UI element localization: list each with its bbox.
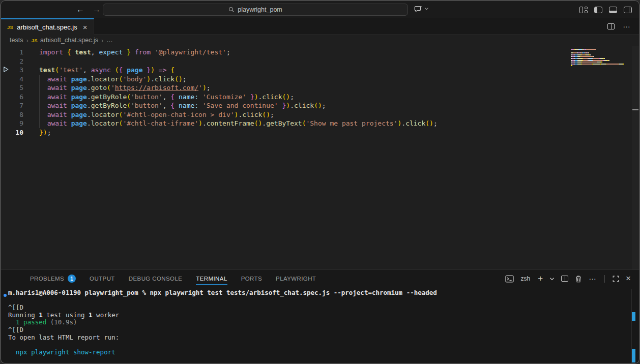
panel-tab-terminal[interactable]: TERMINAL [196,272,227,285]
cursor-position-marker [632,109,638,110]
toggle-primary-sidebar-icon[interactable] [594,7,602,13]
line-number: 8 [1,110,23,119]
line-number: 1 [1,48,23,57]
line-number: 7 [1,101,23,110]
vscode-window: ← → playwright_pom JS arbisoft_chat.spec… [1,1,639,363]
panel-tab-playwright[interactable]: PLAYWRIGHT [276,272,316,285]
chevron-down-icon [424,7,429,11]
copilot-chat-icon [414,5,423,13]
line-number: 3 [1,66,23,75]
code-text: await page.locator('body').click(); [23,75,187,84]
editor-more-actions-icon[interactable]: … [623,20,631,29]
code-text: await page.locator('#chtl-chat-iframe').… [23,119,438,128]
breadcrumb: tests›JSarbisoft_chat.spec.js›… [1,35,639,46]
close-panel-icon[interactable]: × [626,274,631,284]
panel-header: PROBLEMS1OUTPUTDEBUG CONSOLETERMINALPORT… [1,270,639,287]
problems-count-badge: 1 [68,275,76,283]
panel-tab-output[interactable]: OUTPUT [90,272,115,285]
split-editor-icon[interactable] [607,23,615,29]
copilot-chat-button[interactable] [414,5,429,13]
minimap[interactable] [571,49,628,67]
terminal-line: To open last HTML report run: [1,334,639,342]
breadcrumb-item[interactable]: tests [10,37,23,44]
terminal-line: ^[[D [1,304,639,312]
toggle-secondary-sidebar-icon[interactable] [624,7,632,13]
terminal-scrollbar-marks[interactable] [632,289,635,363]
breadcrumb-separator: › [101,37,103,44]
terminal-line [1,341,639,349]
terminal-line: 1 passed (10.9s) [1,319,639,326]
panel-tab-debug-console[interactable]: DEBUG CONSOLE [129,272,183,285]
terminal-prompt-icon [505,275,514,283]
kill-terminal-trash-icon[interactable] [575,275,582,283]
terminal-output[interactable]: m.haris1@A006-01190 playwright_pom % npx… [1,289,639,363]
navigate-forward-icon[interactable]: → [93,5,101,14]
terminal-line: ^[[D [1,326,639,334]
code-line[interactable]: 1import { test, expect } from '@playwrig… [1,48,639,57]
shell-name-label[interactable]: zsh [520,275,530,282]
code-line[interactable]: 4 await page.locator('body').click(); [1,75,639,84]
terminal-line [1,297,639,305]
code-line[interactable]: 3test('test', async ({ page }) => { [1,66,639,75]
breadcrumb-item[interactable]: … [106,37,113,44]
code-text: }); [23,128,51,137]
customize-layout-icon[interactable] [579,7,588,13]
code-text [23,57,39,66]
terminal-line: npx playwright show-report [1,349,639,356]
code-line[interactable]: 10}); [1,128,639,137]
line-number: 9 [1,119,23,128]
title-bar: ← → playwright_pom [1,1,639,18]
code-line[interactable]: 7 await page.getByRole('button', { name:… [1,101,639,110]
launch-profile-chevron-icon[interactable] [549,277,555,281]
bottom-panel: PROBLEMS1OUTPUTDEBUG CONSOLETERMINALPORT… [1,269,639,363]
line-number: 2 [1,57,23,66]
tab-label: arbisoft_chat.spec.js [17,23,77,31]
maximize-panel-icon[interactable] [613,276,619,282]
split-terminal-icon[interactable] [561,276,568,282]
panel-tab-ports[interactable]: PORTS [241,272,262,285]
code-text: await page.locator('#chtl-open-chat-icon… [23,110,274,119]
line-number: 4 [1,75,23,84]
terminal-line: m.haris1@A006-01190 playwright_pom % npx… [1,289,639,297]
terminal-more-actions-icon[interactable]: … [589,272,597,281]
line-number: 6 [1,93,23,102]
code-line[interactable]: 8 await page.locator('#chtl-open-chat-ic… [1,110,639,119]
code-text: await page.getByRole('button', { name: '… [23,93,294,102]
editor-tab-bar: JS arbisoft_chat.spec.js × … [1,18,639,35]
navigate-back-icon[interactable]: ← [76,5,84,14]
code-line[interactable]: 5 await page.goto('https://arbisoft.com/… [1,83,639,93]
breadcrumb-separator: › [26,37,28,44]
command-success-dot [4,294,7,297]
terminal-line: Running 1 test using 1 worker [1,312,639,319]
panel-tab-problems[interactable]: PROBLEMS1 [30,271,76,286]
code-text: import { test, expect } from '@playwrigh… [23,48,230,57]
search-icon [228,7,235,13]
code-text: await page.goto('https://arbisoft.com/')… [23,83,211,93]
tab-close-icon[interactable]: × [83,23,88,31]
js-file-icon: JS [7,24,13,30]
code-text: await page.getByRole('button', { name: '… [23,101,326,110]
new-terminal-icon[interactable]: + [538,274,543,284]
line-number: 10 [1,128,23,137]
toggle-panel-icon[interactable] [609,7,617,13]
search-value: playwright_pom [238,6,282,13]
code-text: test('test', async ({ page }) => { [23,66,174,75]
line-number: 5 [1,83,23,93]
code-line[interactable]: 9 await page.locator('#chtl-chat-iframe'… [1,119,639,128]
command-center-search[interactable]: playwright_pom [103,4,408,16]
editor-scrollbar[interactable] [632,46,639,269]
toolbar-divider [604,275,605,283]
code-line[interactable]: 2 [1,57,639,66]
js-file-icon: JS [32,38,38,43]
breadcrumb-item[interactable]: JSarbisoft_chat.spec.js [32,37,98,44]
tab-arbisoft-chat-spec[interactable]: JS arbisoft_chat.spec.js × [1,18,94,35]
code-editor[interactable]: 1import { test, expect } from '@playwrig… [1,46,639,269]
code-line[interactable]: 6 await page.getByRole('button', { name:… [1,93,639,102]
